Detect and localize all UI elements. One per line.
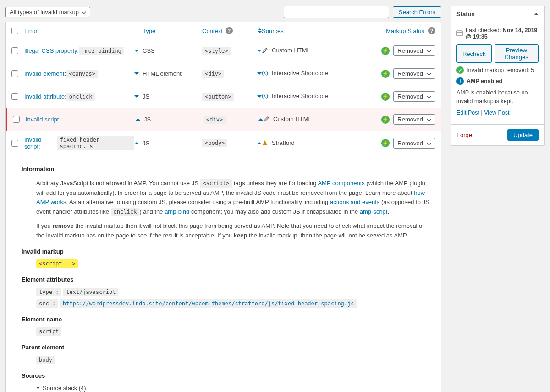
toggle-icon[interactable] <box>534 13 539 15</box>
select-all-checkbox[interactable] <box>11 28 18 34</box>
recheck-button[interactable]: Recheck <box>456 44 492 63</box>
type-cell: CSS <box>143 47 202 54</box>
expand-toggle[interactable] <box>134 142 139 144</box>
col-context: Context <box>202 28 223 34</box>
expand-toggle[interactable] <box>134 95 139 98</box>
filter-label: All types of invalid markup <box>10 9 79 16</box>
row-checkbox[interactable] <box>11 70 18 77</box>
error-link[interactable]: Invalid script <box>26 116 59 123</box>
status-select[interactable]: Removed <box>393 91 435 102</box>
parent-element-heading: Parent element <box>22 343 432 353</box>
help-icon[interactable]: ? <box>428 27 435 34</box>
search-button[interactable]: Search Errors <box>393 6 441 18</box>
source-icon <box>263 116 270 123</box>
row-checkbox[interactable] <box>11 93 18 100</box>
update-button[interactable]: Update <box>507 129 539 141</box>
col-status: Markup Status <box>386 28 424 34</box>
triangle-down-icon <box>36 387 40 389</box>
svg-rect-0 <box>457 31 462 36</box>
error-link[interactable]: Invalid element: <box>24 70 66 77</box>
row-checkbox[interactable] <box>11 47 18 54</box>
table-header-row: Error Type Context ? Sources Markup Stat… <box>6 22 441 39</box>
status-select[interactable]: Removed <box>393 68 435 79</box>
type-cell: JS <box>144 116 204 123</box>
link-amp-components[interactable]: AMP components <box>318 180 364 187</box>
error-link[interactable]: Illegal CSS property: <box>24 47 79 54</box>
context-toggle[interactable] <box>257 50 262 52</box>
filter-select[interactable]: All types of invalid markup <box>6 7 90 17</box>
sources-heading: Sources <box>22 371 432 381</box>
source-cell: Stratford <box>262 139 376 147</box>
source-icon <box>262 139 269 147</box>
link-actions-events[interactable]: actions and events <box>330 199 380 205</box>
table-row: Invalid script: fixed-header-spacing.jsJ… <box>6 131 441 155</box>
error-code: fixed-header-spacing.js <box>57 136 134 150</box>
type-cell: HTML element <box>143 70 202 77</box>
element-name-heading: Element name <box>22 315 432 325</box>
code-script-tag: <script> <box>200 179 232 188</box>
chevron-down-icon <box>82 9 86 16</box>
status-select[interactable]: Removed <box>393 138 435 149</box>
table-row: Illegal CSS property: -moz-bindingCSS<st… <box>6 39 441 62</box>
information-heading: Information <box>22 165 432 174</box>
invalid-markup-code: <script … > <box>36 259 78 268</box>
source-stack-toggle[interactable]: Source stack (4) <box>36 384 432 392</box>
status-title: Status <box>456 11 475 17</box>
context-toggle[interactable] <box>257 72 262 75</box>
expand-toggle[interactable] <box>134 72 139 75</box>
invalid-removed-text: Invalid markup removed: 5 <box>467 67 534 73</box>
error-link[interactable]: Invalid script: <box>24 136 57 150</box>
error-link[interactable]: Invalid attribute: <box>24 93 66 100</box>
context-code: <style> <box>202 47 231 55</box>
sort-icon[interactable] <box>258 28 262 33</box>
errors-table: Error Type Context ? Sources Markup Stat… <box>6 22 441 155</box>
attr-type: type : text/javascript <box>22 287 432 297</box>
element-name-value: script <box>36 327 61 336</box>
link-amp-script[interactable]: amp-script <box>360 208 388 215</box>
expand-toggle[interactable] <box>136 118 140 121</box>
type-cell: JS <box>143 140 202 147</box>
context-toggle[interactable] <box>258 118 263 121</box>
source-cell: Interactive Shortcode <box>262 70 376 77</box>
source-cell: Interactive Shortcode <box>262 93 376 100</box>
link-amp-bind[interactable]: amp-bind <box>165 208 189 215</box>
status-select[interactable]: Removed <box>393 45 435 56</box>
type-cell: JS <box>143 93 202 100</box>
expand-toggle[interactable] <box>134 50 139 52</box>
bolt-icon: ⚡ <box>381 47 390 55</box>
amp-enabled-text: AMP enabled <box>467 78 502 84</box>
preview-changes-button[interactable]: Preview Changes <box>495 44 539 63</box>
table-row: Invalid element: <canvas>HTML element<di… <box>6 62 441 85</box>
search-input[interactable] <box>284 6 389 18</box>
bolt-icon: ⚡ <box>381 116 390 124</box>
row-checkbox[interactable] <box>13 116 20 123</box>
view-post-link[interactable]: View Post <box>484 110 509 116</box>
calendar-icon <box>456 30 463 38</box>
source-icon <box>262 47 269 55</box>
context-code: <div> <box>204 116 226 124</box>
context-toggle[interactable] <box>257 95 262 98</box>
row-checkbox[interactable] <box>11 140 18 147</box>
col-error[interactable]: Error <box>24 28 38 34</box>
code-onclick: onclick <box>111 208 140 216</box>
context-toggle[interactable] <box>257 142 262 144</box>
parent-element-value: body <box>36 356 55 364</box>
forget-link[interactable]: Forget <box>456 132 474 138</box>
info-icon: i <box>456 77 464 85</box>
help-icon[interactable]: ? <box>226 27 233 34</box>
source-icon <box>262 70 269 77</box>
table-row: Invalid scriptJS<div>Custom HTML⚡Removed <box>6 108 441 131</box>
edit-post-link[interactable]: Edit Post <box>456 110 479 116</box>
status-box: Status Last checked: Nov 14, 2019 @ 19:3… <box>451 6 544 146</box>
col-sources: Sources <box>262 28 284 34</box>
check-icon: ✓ <box>456 66 464 74</box>
information-text: Arbitrary JavaScript is not allowed in A… <box>36 179 432 217</box>
bolt-icon: ⚡ <box>381 70 390 78</box>
link-src[interactable]: https://wordpressdev.lndo.site/content/w… <box>63 300 354 307</box>
bolt-icon: ⚡ <box>381 93 390 101</box>
table-row: Invalid attribute: onclickJS<button>Inte… <box>6 85 441 108</box>
detail-panel: Information Arbitrary JavaScript is not … <box>6 155 441 392</box>
status-select[interactable]: Removed <box>393 114 435 125</box>
amp-enabled-desc: AMP is enabled because no invalid markup… <box>456 88 539 106</box>
col-type[interactable]: Type <box>143 28 155 34</box>
